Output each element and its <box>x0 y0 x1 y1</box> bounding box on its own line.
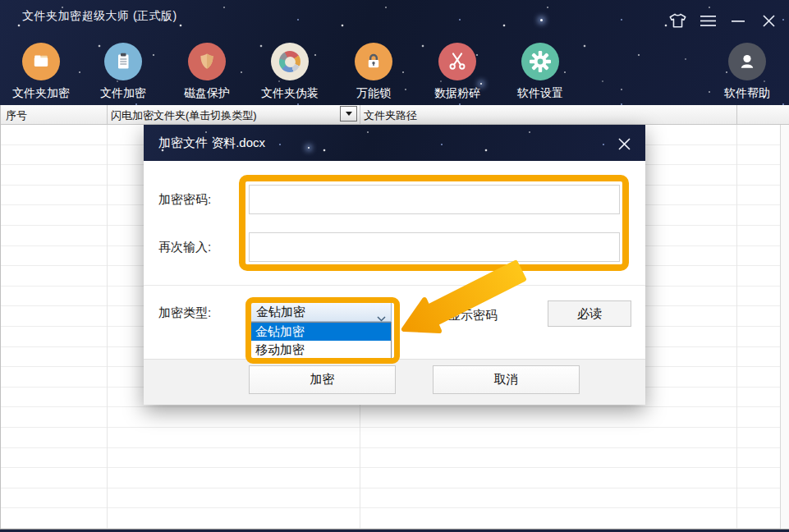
must-read-button[interactable]: 必读 <box>548 300 631 327</box>
toolbar-item-help[interactable]: 软件帮助 <box>704 43 789 101</box>
toolbar-label: 软件设置 <box>498 86 583 101</box>
column-divider <box>736 125 737 529</box>
dropdown-arrow-icon <box>346 112 352 116</box>
window-controls <box>667 10 779 31</box>
toolbar-label: 数据粉碎 <box>415 86 500 101</box>
minimize-icon[interactable] <box>727 10 749 31</box>
toolbar-item-data-shred[interactable]: 数据粉碎 <box>415 43 500 101</box>
toolbar-item-universal-lock[interactable]: 万能锁 <box>331 43 416 101</box>
column-divider <box>107 125 108 529</box>
encrypt-file-dialog: 加密文件 资料.docx 加密密码: 再次输入: 加密类型: 金钻加密 金钻加密… <box>144 125 645 405</box>
confirm-password-input[interactable] <box>249 232 620 262</box>
table-header: 序号 闪电加密文件夹(单击切换类型) 文件夹路径 <box>1 105 789 125</box>
folder-encrypt-icon <box>22 43 60 80</box>
window-bottom-edge <box>0 529 789 532</box>
encrypt-type-combobox[interactable]: 金钻加密 <box>250 302 392 322</box>
cancel-button[interactable]: 取消 <box>433 365 580 394</box>
close-icon[interactable] <box>758 10 779 31</box>
scrollbar-track <box>780 125 789 529</box>
data-shred-icon <box>438 43 476 80</box>
toolbar-label: 文件加密 <box>80 86 166 101</box>
toolbar-item-folder-disguise[interactable]: 文件夹伪装 <box>247 43 333 101</box>
dialog-title: 加密文件 资料.docx <box>158 135 265 151</box>
settings-gear-icon <box>521 43 559 80</box>
column-header-encrypt-type-label: 闪电加密文件夹(单击切换类型) <box>111 109 257 122</box>
skin-theme-icon[interactable] <box>667 10 688 31</box>
file-encrypt-icon <box>104 43 142 80</box>
toolbar-item-settings[interactable]: 软件设置 <box>498 43 583 101</box>
password-input[interactable] <box>249 185 620 214</box>
column-header-folder-path: 文件夹路径 <box>360 105 737 124</box>
column-header-empty <box>737 105 789 124</box>
column-type-dropdown-button[interactable] <box>340 106 357 122</box>
toolbar-label: 软件帮助 <box>704 86 789 101</box>
menu-icon[interactable] <box>697 10 718 31</box>
dropdown-option-gold-diamond[interactable]: 金钻加密 <box>251 323 391 341</box>
window-title: 文件夹加密超级大师 (正式版) <box>22 9 177 24</box>
toolbar-item-folder-encrypt[interactable]: 文件夹加密 <box>0 43 84 101</box>
dropdown-option-mobile[interactable]: 移动加密 <box>251 341 391 359</box>
toolbar-label: 文件夹加密 <box>0 86 84 101</box>
encrypt-type-label: 加密类型: <box>158 305 211 321</box>
decorative-star <box>540 19 543 21</box>
encrypt-button[interactable]: 加密 <box>249 365 396 394</box>
toolbar-item-file-encrypt[interactable]: 文件加密 <box>80 43 166 101</box>
show-password-label: 显示密码 <box>448 308 498 323</box>
disk-protect-icon <box>188 43 226 80</box>
dialog-titlebar: 加密文件 资料.docx <box>144 125 645 161</box>
toolbar-label: 万能锁 <box>331 86 416 101</box>
toolbar-label: 磁盘保护 <box>164 86 250 101</box>
show-password-checkbox[interactable] <box>433 310 443 320</box>
help-person-icon <box>728 43 766 80</box>
confirm-password-label: 再次输入: <box>158 240 211 255</box>
universal-lock-icon <box>355 43 392 80</box>
toolbar-label: 文件夹伪装 <box>247 86 333 101</box>
decorative-star <box>308 147 310 149</box>
folder-disguise-icon <box>271 43 309 80</box>
app-window: 文件夹加密超级大师 (正式版) <box>0 0 789 532</box>
column-header-encrypt-type[interactable]: 闪电加密文件夹(单击切换类型) <box>108 105 360 124</box>
title-and-toolbar: 文件夹加密超级大师 (正式版) <box>0 0 789 105</box>
password-label: 加密密码: <box>158 192 211 208</box>
toolbar-item-disk-protect[interactable]: 磁盘保护 <box>164 43 250 101</box>
column-header-index: 序号 <box>1 105 108 124</box>
combobox-selected-value: 金钻加密 <box>256 305 305 320</box>
section-divider <box>144 285 645 286</box>
encrypt-type-dropdown-list: 金钻加密 移动加密 <box>250 322 392 360</box>
dialog-close-icon[interactable] <box>613 133 635 154</box>
